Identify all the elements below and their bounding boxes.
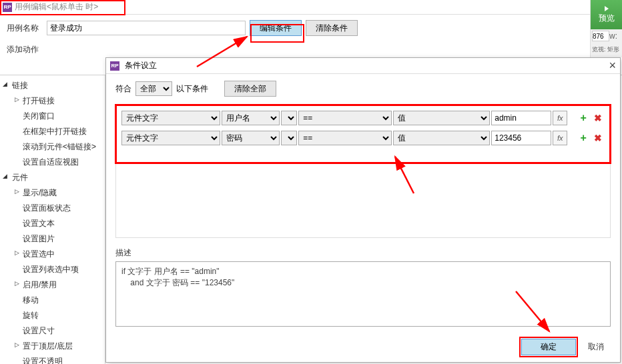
caret-down-icon: ◢ — [3, 173, 7, 179]
cond-op-select[interactable]: == — [298, 131, 392, 145]
tree-item[interactable]: ▷设置选中 — [0, 247, 105, 262]
close-icon[interactable]: × — [609, 59, 616, 73]
preview-button[interactable]: 预览 — [591, 0, 622, 29]
cond-target-select[interactable]: 用户名 — [222, 111, 280, 125]
tree-item[interactable]: 旋转 — [0, 308, 105, 323]
caret-right-icon: ▷ — [15, 188, 19, 195]
case-toolbar: 用例名称 编辑条件 清除条件 — [0, 15, 622, 41]
tree-item[interactable]: 设置列表选中项 — [0, 262, 105, 277]
remove-condition-icon[interactable]: ✖ — [591, 133, 605, 143]
caret-down-icon: ◢ — [3, 81, 7, 87]
caret-right-icon: ▷ — [15, 280, 19, 287]
match-suffix: 以下条件 — [176, 83, 208, 95]
window-title: 用例编辑<鼠标单击 时> — [15, 1, 611, 13]
tree-item[interactable]: ▷打开链接 — [0, 93, 105, 109]
fx-button[interactable]: fx — [553, 131, 567, 145]
cancel-button[interactable]: 取消 — [588, 341, 604, 353]
condition-row: 元件文字 密码 == 值 fx + ✖ — [121, 131, 605, 145]
cond-op-select[interactable]: == — [298, 111, 392, 125]
conditions-area: 元件文字 用户名 == 值 fx + ✖ 元件文字 密码 == 值 fx — [115, 105, 611, 238]
window-title-bar: RP 用例编辑<鼠标单击 时> × — [0, 0, 622, 15]
tree-root-link[interactable]: ◢链接 — [0, 78, 105, 93]
cond-sub-select[interactable] — [281, 111, 297, 125]
tree-item[interactable]: ▷启用/禁用 — [0, 277, 105, 293]
condition-dialog: RP 条件设立 × 符合 全部 以下条件 清除全部 元件文字 用户名 == 值 … — [105, 57, 621, 363]
app-icon: RP — [3, 3, 12, 12]
caret-right-icon: ▷ — [15, 249, 19, 256]
cond-target-select[interactable]: 密码 — [222, 131, 280, 145]
tree-item[interactable]: 移动 — [0, 293, 105, 308]
match-row: 符合 全部 以下条件 清除全部 — [115, 81, 611, 97]
cond-sub-select[interactable] — [281, 131, 297, 145]
tree-item[interactable]: 设置图片 — [0, 231, 105, 247]
right-panel: 预览 w: 览视: 矩形 — [590, 0, 622, 57]
tree-item[interactable]: ▷置于顶层/底层 — [0, 339, 105, 354]
description-label: 描述 — [115, 247, 611, 259]
edit-condition-button[interactable]: 编辑条件 — [250, 20, 302, 36]
dialog-body: 符合 全部 以下条件 清除全部 元件文字 用户名 == 值 fx + ✖ — [106, 74, 620, 335]
case-name-label: 用例名称 — [7, 23, 39, 34]
tree-item[interactable]: 关闭窗口 — [0, 109, 105, 124]
condition-row: 元件文字 用户名 == 值 fx + ✖ — [121, 111, 605, 125]
fx-button[interactable]: fx — [553, 111, 567, 125]
match-select[interactable]: 全部 — [135, 81, 172, 96]
dialog-title: 条件设立 — [125, 60, 609, 71]
coord-input[interactable] — [592, 31, 609, 41]
add-condition-icon[interactable]: + — [577, 112, 590, 124]
clear-all-button[interactable]: 清除全部 — [224, 81, 276, 97]
coord-field: w: — [591, 29, 622, 43]
dialog-title-bar: RP 条件设立 × — [106, 58, 620, 74]
caret-right-icon: ▷ — [15, 96, 19, 103]
tree-root-widget[interactable]: ◢元件 — [0, 170, 105, 185]
cond-value-input[interactable] — [491, 131, 551, 145]
dialog-buttons: 确定 取消 — [106, 335, 620, 362]
tree-item[interactable]: 设置面板状态 — [0, 201, 105, 216]
tree-item[interactable]: 设置尺寸 — [0, 323, 105, 339]
clear-condition-button[interactable]: 清除条件 — [306, 20, 358, 36]
view-label: 览视: 矩形 — [591, 43, 622, 55]
ok-button[interactable]: 确定 — [521, 339, 576, 355]
tree-item[interactable]: ▷显示/隐藏 — [0, 185, 105, 201]
tree-item[interactable]: 在框架中打开链接 — [0, 124, 105, 139]
remove-condition-icon[interactable]: ✖ — [591, 113, 605, 123]
match-label: 符合 — [115, 83, 131, 95]
play-icon — [605, 6, 609, 11]
tree-item[interactable]: 设置自适应视图 — [0, 155, 105, 170]
tree-item[interactable]: 滚动到元件<锚链接> — [0, 139, 105, 155]
description-text: if 文字于 用户名 == "admin" and 文字于 密码 == "123… — [115, 261, 611, 327]
caret-right-icon: ▷ — [15, 341, 19, 348]
cond-type-select[interactable]: 元件文字 — [121, 131, 220, 145]
tree-item[interactable]: 设置文本 — [0, 216, 105, 231]
action-tree: ◢链接 ▷打开链接 关闭窗口 在框架中打开链接 滚动到元件<锚链接> 设置自适应… — [0, 75, 105, 364]
case-name-input[interactable] — [47, 21, 246, 35]
cond-type-select[interactable]: 元件文字 — [121, 111, 220, 125]
app-icon: RP — [110, 61, 119, 71]
tree-item[interactable]: 设置不透明 — [0, 354, 105, 364]
cond-value-input[interactable] — [491, 111, 551, 125]
cond-valuetype-select[interactable]: 值 — [393, 131, 491, 145]
add-condition-icon[interactable]: + — [577, 132, 590, 144]
cond-valuetype-select[interactable]: 值 — [393, 111, 491, 125]
